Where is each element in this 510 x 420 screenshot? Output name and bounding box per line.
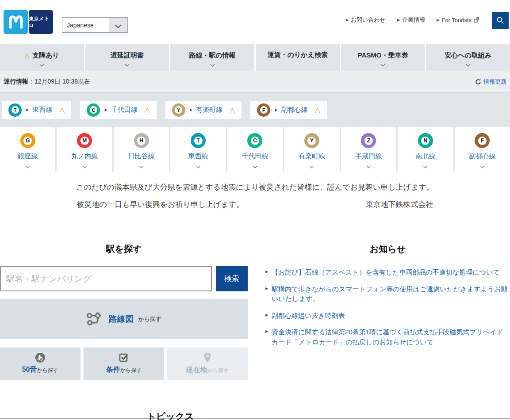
external-link-icon: [474, 17, 479, 23]
condolence-line1: このたびの熊本県及び大分県を震源とする地震により被災された皆様に、謹んでお見舞い…: [0, 172, 510, 192]
news-section: お知らせ ▶ 【お詫び】石綿（アスベスト）を含有した車両部品の不適切な処理につい…: [265, 229, 510, 380]
station-search-input[interactable]: [0, 266, 212, 291]
news-item-fukutoshin-timetable[interactable]: ▶ 副都心線追い抜き時刻表: [265, 311, 510, 321]
nav-item-pasmo-tickets[interactable]: PASMO・乗車券: [341, 44, 425, 71]
station-search-title: 駅を探す: [0, 243, 248, 255]
language-value: Japanese: [62, 18, 109, 32]
news-item-text: 【お詫び】石綿（アスベスト）を含有した車両部品の不適切な処理について: [272, 268, 500, 276]
route-map-icon: [86, 312, 104, 326]
warning-triangle-icon: △: [59, 107, 65, 114]
line-card-tozai[interactable]: T 東西線: [170, 127, 226, 172]
find-by-route-map-button[interactable]: 路線図 から探す: [0, 299, 248, 339]
site-header: 東京メトロ Japanese ▶ お問い合わせ ▶ 企業情報 ▶ For Tou…: [0, 0, 510, 44]
alert-card-tozai[interactable]: T ▶ 東西線 △: [2, 101, 71, 119]
nav-item-service-disruption[interactable]: △ 支障あり: [0, 44, 84, 71]
topics-section: トピックス: [0, 409, 510, 420]
corporate-info-link[interactable]: ▶ 企業情報: [397, 16, 425, 24]
nav-label: PASMO・乗車券: [358, 51, 408, 60]
line-symbol-badge: F: [257, 103, 270, 117]
alert-card-chiyoda[interactable]: C ▶ 千代田線 △: [80, 101, 156, 119]
line-name: 日比谷線: [128, 152, 155, 160]
arrow-right-icon: ▶: [275, 108, 277, 112]
header-search-button[interactable]: [492, 12, 509, 29]
line-card-chiyoda[interactable]: C 千代田線: [227, 127, 283, 172]
service-status-bar: 運行情報：12月09日 10:38現在 情報更新: [0, 71, 510, 92]
nav-item-fare-transfer-search[interactable]: 運賃・のりかえ検索: [256, 44, 340, 71]
chevron-down-icon: [139, 164, 144, 168]
station-search-section: 駅を探す 検索 路線図 から探す あ 50音から探す: [0, 229, 248, 380]
condolence-signature: 東京地下鉄株式会社: [366, 199, 433, 210]
find-label: 50音から探す: [22, 365, 59, 374]
line-card-fukutoshin[interactable]: F 副都心線: [455, 127, 510, 172]
line-symbol-badge: T: [8, 103, 22, 117]
chevron-down-icon: [26, 164, 30, 168]
tokyo-metro-logo-icon[interactable]: [4, 10, 28, 34]
chevron-down-icon: [125, 62, 130, 66]
refresh-icon: [475, 79, 481, 85]
for-tourists-link-label: For Tourists: [441, 17, 472, 23]
utility-links: ▶ お問い合わせ ▶ 企業情報 ▶ For Tourists: [346, 16, 479, 24]
line-symbol-badge: F: [475, 133, 490, 148]
find-by-kana-button[interactable]: あ 50音から探す: [0, 347, 81, 380]
tokyo-metro-wordmark[interactable]: 東京メトロ: [29, 10, 53, 34]
nav-label: 安心への取組み: [445, 51, 491, 60]
language-dropdown-arrow[interactable]: [109, 18, 127, 32]
chevron-down-icon: [310, 164, 314, 168]
nav-item-delay-certificate[interactable]: 遅延証明書: [85, 44, 169, 71]
nav-item-lines-stations[interactable]: 路線・駅の情報: [170, 44, 254, 71]
chevron-down-icon: [196, 164, 200, 168]
condolence-message: このたびの熊本県及び大分県を震源とする地震により被災された皆様に、謹んでお見舞い…: [0, 172, 510, 229]
line-card-yurakucho[interactable]: Y 有楽町線: [284, 127, 339, 172]
line-card-hibiya[interactable]: H 日比谷線: [114, 127, 169, 172]
news-title: お知らせ: [265, 243, 510, 255]
news-item-smartphone[interactable]: ▶ 駅構内で歩きながらのスマートフォン等の使用はご遠慮いただきますようお願いいた…: [265, 284, 510, 304]
nav-label: 路線・駅の情報: [189, 51, 236, 60]
for-tourists-link[interactable]: ▶ For Tourists: [437, 17, 479, 23]
alert-card-fukutoshin[interactable]: F ▶ 副都心線 △: [250, 101, 326, 119]
arrow-right-icon: ▶: [397, 18, 400, 22]
arrow-right-icon: ▶: [265, 313, 268, 318]
refresh-info-link[interactable]: 情報更新: [475, 78, 506, 86]
chevron-down-icon: [480, 164, 484, 168]
nav-item-safety-initiatives[interactable]: 安心への取組み: [426, 44, 510, 71]
topics-title: トピックス: [0, 410, 341, 420]
line-card-hanzomon[interactable]: Z 半蔵門線: [341, 127, 396, 172]
condolence-line2: 被災地の一日も早い復興をお祈り申し上げます。: [77, 199, 244, 210]
line-symbol-badge: Y: [172, 103, 185, 117]
warning-triangle-icon: △: [315, 107, 320, 114]
contact-link[interactable]: ▶ お問い合わせ: [346, 16, 386, 24]
line-card-marunouchi[interactable]: M 丸ノ内線: [57, 127, 112, 172]
station-search-button[interactable]: 検索: [216, 266, 248, 291]
line-symbol-badge: M: [77, 133, 92, 148]
status-timestamp: 運行情報：12月09日 10:38現在: [4, 78, 90, 86]
find-by-conditions-button[interactable]: 条件から探す: [84, 347, 164, 380]
arrow-right-icon: ▶: [26, 108, 29, 112]
lines-row: G 銀座線 M 丸ノ内線 H 日比谷線 T 東西線 C 千代田線 Y 有楽町線 …: [0, 127, 510, 172]
line-symbol-badge: Z: [361, 133, 376, 148]
news-item-asbestos[interactable]: ▶ 【お詫び】石綿（アスベスト）を含有した車両部品の不適切な処理について: [265, 267, 510, 278]
line-card-ginza[interactable]: G 銀座線: [0, 127, 55, 172]
language-select[interactable]: Japanese: [62, 17, 128, 33]
route-map-label-bold: 路線図: [108, 313, 134, 325]
checkbox-icon: [119, 353, 129, 363]
nav-label: 遅延証明書: [111, 51, 144, 60]
alert-card-yurakucho[interactable]: Y ▶ 有楽町線 △: [165, 101, 242, 119]
alert-line-name: 副都心線: [281, 106, 308, 114]
search-icon: [496, 16, 504, 24]
arrow-right-icon: ▶: [190, 108, 192, 112]
chevron-down-icon: [253, 164, 257, 168]
find-label: 現在地から探す: [186, 366, 229, 375]
warning-triangle-icon: △: [230, 107, 235, 114]
line-card-namboku[interactable]: N 南北線: [398, 127, 453, 172]
line-name: 副都心線: [469, 152, 495, 160]
news-item-metrocard-refund[interactable]: ▶ 資金決済に関する法律第20条第1項に基づく前払式支払手段磁気式プリペイドカー…: [265, 327, 510, 347]
line-name: 千代田線: [242, 152, 268, 160]
nav-label: △ 支障あり: [25, 51, 59, 60]
line-symbol-badge: C: [87, 103, 100, 117]
find-by-location-button: 現在地から探す: [167, 347, 248, 380]
route-map-label-rest: から探す: [138, 315, 161, 323]
arrow-right-icon: ▶: [265, 269, 268, 275]
corporate-info-link-label: 企業情報: [402, 16, 425, 24]
alert-line-name: 千代田線: [111, 106, 138, 114]
warning-triangle-icon: △: [25, 52, 30, 58]
